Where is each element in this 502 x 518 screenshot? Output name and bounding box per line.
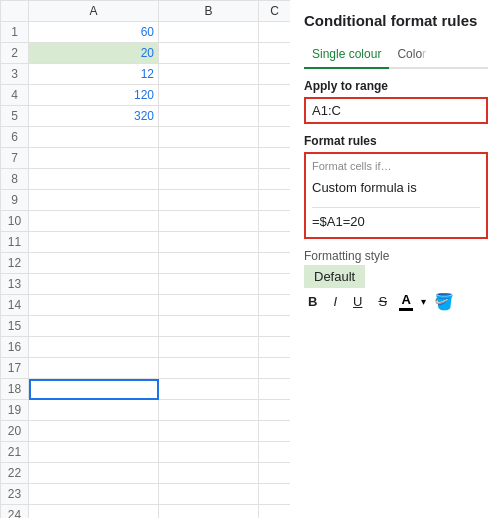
cell-c[interactable]	[259, 442, 291, 463]
cell-c[interactable]	[259, 43, 291, 64]
cell-c[interactable]	[259, 22, 291, 43]
table-row[interactable]: 11	[1, 232, 291, 253]
cell-c[interactable]	[259, 295, 291, 316]
cell-b[interactable]	[159, 169, 259, 190]
cell-b[interactable]	[159, 253, 259, 274]
cell-a[interactable]: 120	[29, 85, 159, 106]
cell-c[interactable]	[259, 253, 291, 274]
condition-dropdown[interactable]: Custom formula is	[312, 178, 480, 197]
cell-a[interactable]	[29, 148, 159, 169]
italic-button[interactable]: I	[329, 292, 341, 311]
cell-c[interactable]	[259, 106, 291, 127]
cell-c[interactable]	[259, 274, 291, 295]
cell-b[interactable]	[159, 127, 259, 148]
cell-a[interactable]	[29, 253, 159, 274]
table-row[interactable]: 220	[1, 43, 291, 64]
cell-a[interactable]	[29, 232, 159, 253]
cell-a[interactable]	[29, 211, 159, 232]
cell-b[interactable]	[159, 190, 259, 211]
cell-c[interactable]	[259, 64, 291, 85]
table-row[interactable]: 6	[1, 127, 291, 148]
range-input[interactable]	[304, 97, 488, 124]
table-row[interactable]: 13	[1, 274, 291, 295]
tab-colour-scale[interactable]: Color	[389, 43, 434, 67]
cell-b[interactable]	[159, 85, 259, 106]
table-row[interactable]: 18	[1, 379, 291, 400]
cell-a[interactable]	[29, 400, 159, 421]
cell-b[interactable]	[159, 421, 259, 442]
cell-a[interactable]: 60	[29, 22, 159, 43]
font-color-chevron[interactable]: ▾	[421, 296, 426, 307]
cell-b[interactable]	[159, 442, 259, 463]
cell-b[interactable]	[159, 64, 259, 85]
cell-b[interactable]	[159, 22, 259, 43]
cell-a[interactable]	[29, 505, 159, 519]
sheet-table[interactable]: A B C 1602203124120532067891011121314151…	[0, 0, 291, 518]
cell-c[interactable]	[259, 421, 291, 442]
cell-b[interactable]	[159, 505, 259, 519]
table-row[interactable]: 15	[1, 316, 291, 337]
cell-c[interactable]	[259, 400, 291, 421]
cell-a[interactable]	[29, 484, 159, 505]
cell-a[interactable]	[29, 337, 159, 358]
col-header-c[interactable]: C	[259, 1, 291, 22]
col-header-b[interactable]: B	[159, 1, 259, 22]
table-row[interactable]: 4120	[1, 85, 291, 106]
cell-a[interactable]: 320	[29, 106, 159, 127]
table-row[interactable]: 24	[1, 505, 291, 519]
col-header-a[interactable]: A	[29, 1, 159, 22]
cell-b[interactable]	[159, 211, 259, 232]
cell-b[interactable]	[159, 400, 259, 421]
cell-b[interactable]	[159, 274, 259, 295]
cell-a[interactable]	[29, 379, 159, 400]
cell-a[interactable]	[29, 358, 159, 379]
cell-b[interactable]	[159, 379, 259, 400]
cell-c[interactable]	[259, 190, 291, 211]
cell-c[interactable]	[259, 505, 291, 519]
cell-c[interactable]	[259, 127, 291, 148]
cell-c[interactable]	[259, 379, 291, 400]
cell-a[interactable]	[29, 127, 159, 148]
cell-b[interactable]	[159, 148, 259, 169]
table-row[interactable]: 9	[1, 190, 291, 211]
table-row[interactable]: 21	[1, 442, 291, 463]
cell-c[interactable]	[259, 211, 291, 232]
cell-b[interactable]	[159, 358, 259, 379]
table-row[interactable]: 160	[1, 22, 291, 43]
table-row[interactable]: 8	[1, 169, 291, 190]
cell-c[interactable]	[259, 169, 291, 190]
cell-b[interactable]	[159, 295, 259, 316]
cell-b[interactable]	[159, 43, 259, 64]
fill-color-button[interactable]: 🪣	[434, 292, 454, 311]
cell-b[interactable]	[159, 337, 259, 358]
table-row[interactable]: 17	[1, 358, 291, 379]
font-color-button[interactable]: A	[399, 292, 413, 311]
cell-c[interactable]	[259, 484, 291, 505]
formula-input[interactable]: =$A1=20	[312, 207, 480, 231]
table-row[interactable]: 7	[1, 148, 291, 169]
cell-c[interactable]	[259, 463, 291, 484]
cell-a[interactable]: 12	[29, 64, 159, 85]
cell-b[interactable]	[159, 484, 259, 505]
table-row[interactable]: 19	[1, 400, 291, 421]
cell-c[interactable]	[259, 337, 291, 358]
tab-single-colour[interactable]: Single colour	[304, 43, 389, 69]
cell-a[interactable]	[29, 421, 159, 442]
cell-b[interactable]	[159, 106, 259, 127]
cell-a[interactable]	[29, 442, 159, 463]
cell-a[interactable]	[29, 169, 159, 190]
cell-c[interactable]	[259, 85, 291, 106]
table-row[interactable]: 16	[1, 337, 291, 358]
table-row[interactable]: 22	[1, 463, 291, 484]
table-row[interactable]: 14	[1, 295, 291, 316]
underline-button[interactable]: U	[349, 292, 366, 311]
cell-c[interactable]	[259, 232, 291, 253]
cell-b[interactable]	[159, 316, 259, 337]
cell-b[interactable]	[159, 463, 259, 484]
table-row[interactable]: 312	[1, 64, 291, 85]
table-row[interactable]: 5320	[1, 106, 291, 127]
strikethrough-button[interactable]: S	[374, 292, 391, 311]
cell-a[interactable]	[29, 295, 159, 316]
table-row[interactable]: 12	[1, 253, 291, 274]
cell-a[interactable]	[29, 316, 159, 337]
